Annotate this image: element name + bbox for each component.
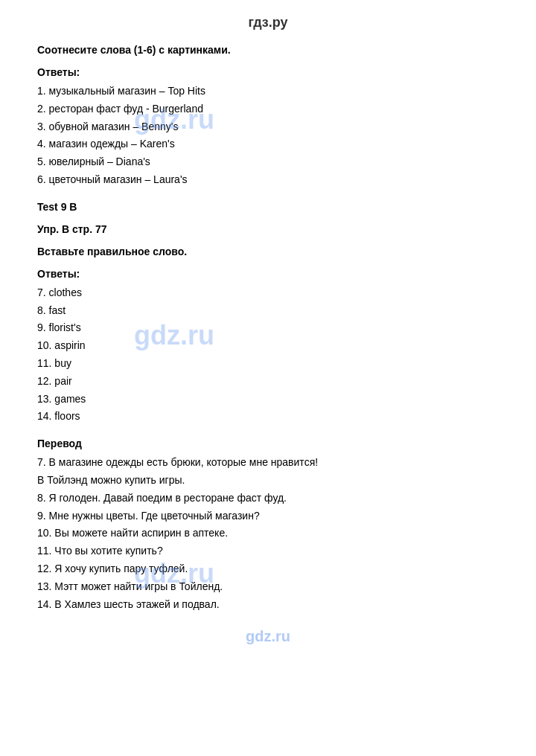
- list-item: 5. ювелирный – Diana's: [37, 153, 499, 171]
- perevod-label: Перевод: [37, 438, 499, 449]
- footer-watermark: gdz.ru: [37, 628, 499, 645]
- list-item: 9. florist's: [37, 319, 499, 337]
- footer-text: gdz.ru: [246, 628, 290, 644]
- section2-instruction-block: Вставьте правильное слово.: [37, 246, 499, 257]
- section3-block: Перевод 7. В магазине одежды есть брюки,…: [37, 438, 499, 613]
- list-item: 14. floors: [37, 408, 499, 426]
- section2-answer-list: 7. clothes 8. fast 9. florist's 10. aspi…: [37, 284, 499, 426]
- list-item: В Тойлэнд можно купить игры.: [37, 472, 499, 490]
- section1-instruction: Соотнесите слова (1-6) с картинками.: [37, 44, 499, 56]
- list-item: 3. обувной магазин – Benny's: [37, 118, 499, 136]
- page: гдз.ру gdz.ru gdz.ru gdz.ru Соотнесите с…: [0, 0, 536, 756]
- header-title: гдз.ру: [248, 15, 287, 30]
- list-item: 12. pair: [37, 373, 499, 391]
- list-item: 1. музыкальный магазин – Top Hits: [37, 83, 499, 100]
- upr-title: Упр. В стр. 77: [37, 223, 499, 235]
- section2-instruction: Вставьте правильное слово.: [37, 246, 499, 257]
- section1-answers-label: Ответы:: [37, 66, 499, 78]
- section2-answers-label: Ответы:: [37, 268, 499, 280]
- list-item: 13. games: [37, 391, 499, 409]
- list-item: 10. aspirin: [37, 337, 499, 355]
- list-item: 2. ресторан фаст фуд - Burgerland: [37, 100, 499, 118]
- list-item: 14. В Хамлез шесть этажей и подвал.: [37, 596, 499, 614]
- upr-title-block: Упр. В стр. 77: [37, 223, 499, 235]
- list-item: 12. Я хочу купить пару туфлей.: [37, 560, 499, 578]
- list-item: 4. магазин одежды – Karen's: [37, 135, 499, 153]
- list-item: 11. buy: [37, 355, 499, 373]
- section2-answers-block: Ответы: 7. clothes 8. fast 9. florist's …: [37, 268, 499, 426]
- perevod-list: 7. В магазине одежды есть брюки, которые…: [37, 454, 499, 613]
- section1-answer-list: 1. музыкальный магазин – Top Hits 2. рес…: [37, 83, 499, 189]
- list-item: 6. цветочный магазин – Laura's: [37, 171, 499, 189]
- list-item: 11. Что вы хотите купить?: [37, 542, 499, 560]
- list-item: 13. Мэтт может найти игры в Тойленд.: [37, 578, 499, 596]
- test-title: Test 9 B: [37, 201, 499, 213]
- list-item: 10. Вы можете найти аспирин в аптеке.: [37, 525, 499, 542]
- site-header: гдз.ру: [37, 15, 499, 31]
- list-item: 8. Я голоден. Давай поедим в ресторане ф…: [37, 490, 499, 507]
- test-title-block: Test 9 B: [37, 201, 499, 213]
- list-item: 7. clothes: [37, 284, 499, 302]
- list-item: 9. Мне нужны цветы. Где цветочный магази…: [37, 507, 499, 525]
- section1-answers-block: Ответы: 1. музыкальный магазин – Top Hit…: [37, 66, 499, 189]
- list-item: 8. fast: [37, 302, 499, 320]
- section1-instruction-block: Соотнесите слова (1-6) с картинками.: [37, 44, 499, 56]
- list-item: 7. В магазине одежды есть брюки, которые…: [37, 454, 499, 472]
